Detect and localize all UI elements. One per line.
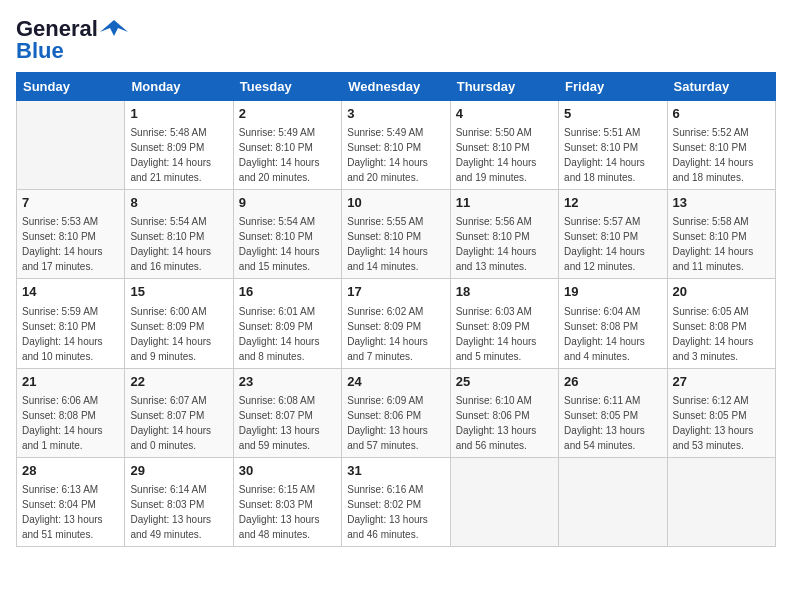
calendar-cell: 30Sunrise: 6:15 AM Sunset: 8:03 PM Dayli… (233, 457, 341, 546)
svg-marker-0 (100, 20, 128, 36)
calendar-cell: 27Sunrise: 6:12 AM Sunset: 8:05 PM Dayli… (667, 368, 775, 457)
day-number: 25 (456, 373, 553, 391)
day-info: Sunrise: 6:12 AM Sunset: 8:05 PM Dayligh… (673, 393, 770, 453)
day-info: Sunrise: 6:04 AM Sunset: 8:08 PM Dayligh… (564, 304, 661, 364)
day-info: Sunrise: 6:00 AM Sunset: 8:09 PM Dayligh… (130, 304, 227, 364)
calendar-cell: 18Sunrise: 6:03 AM Sunset: 8:09 PM Dayli… (450, 279, 558, 368)
day-number: 3 (347, 105, 444, 123)
week-row-1: 1Sunrise: 5:48 AM Sunset: 8:09 PM Daylig… (17, 101, 776, 190)
day-info: Sunrise: 5:49 AM Sunset: 8:10 PM Dayligh… (347, 125, 444, 185)
day-info: Sunrise: 5:50 AM Sunset: 8:10 PM Dayligh… (456, 125, 553, 185)
week-row-5: 28Sunrise: 6:13 AM Sunset: 8:04 PM Dayli… (17, 457, 776, 546)
day-info: Sunrise: 5:54 AM Sunset: 8:10 PM Dayligh… (130, 214, 227, 274)
day-info: Sunrise: 5:49 AM Sunset: 8:10 PM Dayligh… (239, 125, 336, 185)
day-info: Sunrise: 6:07 AM Sunset: 8:07 PM Dayligh… (130, 393, 227, 453)
day-number: 20 (673, 283, 770, 301)
day-info: Sunrise: 6:16 AM Sunset: 8:02 PM Dayligh… (347, 482, 444, 542)
weekday-header-thursday: Thursday (450, 73, 558, 101)
day-info: Sunrise: 6:13 AM Sunset: 8:04 PM Dayligh… (22, 482, 119, 542)
day-info: Sunrise: 5:54 AM Sunset: 8:10 PM Dayligh… (239, 214, 336, 274)
day-info: Sunrise: 6:03 AM Sunset: 8:09 PM Dayligh… (456, 304, 553, 364)
day-info: Sunrise: 6:15 AM Sunset: 8:03 PM Dayligh… (239, 482, 336, 542)
day-number: 11 (456, 194, 553, 212)
day-info: Sunrise: 5:51 AM Sunset: 8:10 PM Dayligh… (564, 125, 661, 185)
calendar-cell (450, 457, 558, 546)
calendar-cell: 2Sunrise: 5:49 AM Sunset: 8:10 PM Daylig… (233, 101, 341, 190)
calendar-cell: 14Sunrise: 5:59 AM Sunset: 8:10 PM Dayli… (17, 279, 125, 368)
day-info: Sunrise: 6:05 AM Sunset: 8:08 PM Dayligh… (673, 304, 770, 364)
day-number: 26 (564, 373, 661, 391)
day-info: Sunrise: 6:02 AM Sunset: 8:09 PM Dayligh… (347, 304, 444, 364)
calendar-cell: 31Sunrise: 6:16 AM Sunset: 8:02 PM Dayli… (342, 457, 450, 546)
day-number: 8 (130, 194, 227, 212)
calendar-cell: 13Sunrise: 5:58 AM Sunset: 8:10 PM Dayli… (667, 190, 775, 279)
day-number: 7 (22, 194, 119, 212)
day-number: 23 (239, 373, 336, 391)
day-info: Sunrise: 5:56 AM Sunset: 8:10 PM Dayligh… (456, 214, 553, 274)
calendar-cell: 23Sunrise: 6:08 AM Sunset: 8:07 PM Dayli… (233, 368, 341, 457)
day-info: Sunrise: 5:53 AM Sunset: 8:10 PM Dayligh… (22, 214, 119, 274)
calendar-cell: 8Sunrise: 5:54 AM Sunset: 8:10 PM Daylig… (125, 190, 233, 279)
day-info: Sunrise: 6:14 AM Sunset: 8:03 PM Dayligh… (130, 482, 227, 542)
logo: General Blue (16, 16, 128, 64)
day-info: Sunrise: 6:10 AM Sunset: 8:06 PM Dayligh… (456, 393, 553, 453)
calendar-cell: 11Sunrise: 5:56 AM Sunset: 8:10 PM Dayli… (450, 190, 558, 279)
calendar-cell: 12Sunrise: 5:57 AM Sunset: 8:10 PM Dayli… (559, 190, 667, 279)
calendar-cell: 21Sunrise: 6:06 AM Sunset: 8:08 PM Dayli… (17, 368, 125, 457)
day-number: 15 (130, 283, 227, 301)
day-number: 17 (347, 283, 444, 301)
calendar-cell: 3Sunrise: 5:49 AM Sunset: 8:10 PM Daylig… (342, 101, 450, 190)
logo-bird-icon (100, 18, 128, 40)
calendar-cell: 20Sunrise: 6:05 AM Sunset: 8:08 PM Dayli… (667, 279, 775, 368)
weekday-header-sunday: Sunday (17, 73, 125, 101)
calendar-cell: 16Sunrise: 6:01 AM Sunset: 8:09 PM Dayli… (233, 279, 341, 368)
header: General Blue (16, 16, 776, 64)
weekday-header-tuesday: Tuesday (233, 73, 341, 101)
calendar-cell: 7Sunrise: 5:53 AM Sunset: 8:10 PM Daylig… (17, 190, 125, 279)
day-number: 29 (130, 462, 227, 480)
day-number: 1 (130, 105, 227, 123)
day-number: 14 (22, 283, 119, 301)
weekday-header-saturday: Saturday (667, 73, 775, 101)
calendar-cell: 9Sunrise: 5:54 AM Sunset: 8:10 PM Daylig… (233, 190, 341, 279)
day-number: 21 (22, 373, 119, 391)
calendar-cell: 1Sunrise: 5:48 AM Sunset: 8:09 PM Daylig… (125, 101, 233, 190)
day-info: Sunrise: 5:57 AM Sunset: 8:10 PM Dayligh… (564, 214, 661, 274)
calendar-cell (667, 457, 775, 546)
weekday-header-friday: Friday (559, 73, 667, 101)
calendar-cell: 4Sunrise: 5:50 AM Sunset: 8:10 PM Daylig… (450, 101, 558, 190)
day-info: Sunrise: 6:08 AM Sunset: 8:07 PM Dayligh… (239, 393, 336, 453)
calendar-cell (17, 101, 125, 190)
day-number: 18 (456, 283, 553, 301)
weekday-header-wednesday: Wednesday (342, 73, 450, 101)
calendar-cell: 15Sunrise: 6:00 AM Sunset: 8:09 PM Dayli… (125, 279, 233, 368)
week-row-2: 7Sunrise: 5:53 AM Sunset: 8:10 PM Daylig… (17, 190, 776, 279)
calendar-cell: 22Sunrise: 6:07 AM Sunset: 8:07 PM Dayli… (125, 368, 233, 457)
day-number: 16 (239, 283, 336, 301)
calendar-cell (559, 457, 667, 546)
calendar-cell: 6Sunrise: 5:52 AM Sunset: 8:10 PM Daylig… (667, 101, 775, 190)
day-number: 13 (673, 194, 770, 212)
calendar-cell: 24Sunrise: 6:09 AM Sunset: 8:06 PM Dayli… (342, 368, 450, 457)
day-number: 19 (564, 283, 661, 301)
day-number: 5 (564, 105, 661, 123)
day-info: Sunrise: 5:55 AM Sunset: 8:10 PM Dayligh… (347, 214, 444, 274)
day-info: Sunrise: 6:06 AM Sunset: 8:08 PM Dayligh… (22, 393, 119, 453)
day-info: Sunrise: 5:59 AM Sunset: 8:10 PM Dayligh… (22, 304, 119, 364)
day-number: 10 (347, 194, 444, 212)
day-number: 22 (130, 373, 227, 391)
day-info: Sunrise: 6:11 AM Sunset: 8:05 PM Dayligh… (564, 393, 661, 453)
calendar-cell: 28Sunrise: 6:13 AM Sunset: 8:04 PM Dayli… (17, 457, 125, 546)
logo-blue: Blue (16, 38, 64, 64)
day-number: 12 (564, 194, 661, 212)
day-info: Sunrise: 5:48 AM Sunset: 8:09 PM Dayligh… (130, 125, 227, 185)
calendar-cell: 26Sunrise: 6:11 AM Sunset: 8:05 PM Dayli… (559, 368, 667, 457)
day-number: 30 (239, 462, 336, 480)
calendar-cell: 29Sunrise: 6:14 AM Sunset: 8:03 PM Dayli… (125, 457, 233, 546)
calendar-table: SundayMondayTuesdayWednesdayThursdayFrid… (16, 72, 776, 547)
calendar-cell: 10Sunrise: 5:55 AM Sunset: 8:10 PM Dayli… (342, 190, 450, 279)
calendar-cell: 17Sunrise: 6:02 AM Sunset: 8:09 PM Dayli… (342, 279, 450, 368)
day-info: Sunrise: 6:09 AM Sunset: 8:06 PM Dayligh… (347, 393, 444, 453)
calendar-cell: 19Sunrise: 6:04 AM Sunset: 8:08 PM Dayli… (559, 279, 667, 368)
day-number: 6 (673, 105, 770, 123)
